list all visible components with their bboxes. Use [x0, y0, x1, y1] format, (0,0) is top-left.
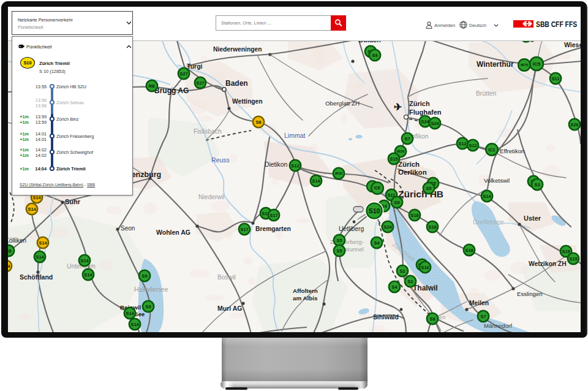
svg-text:Winterthur: Winterthur — [477, 60, 514, 69]
svg-text:Reuss: Reuss — [211, 156, 230, 164]
svg-text:S5: S5 — [337, 248, 342, 254]
svg-text:+1m: +1m — [20, 120, 29, 125]
svg-text:Zürich Binz: Zürich Binz — [56, 116, 79, 122]
svg-text:S9: S9 — [394, 200, 400, 205]
svg-text:S14: S14 — [81, 258, 89, 264]
svg-text:S24: S24 — [384, 224, 392, 230]
svg-text:Wohlen AG: Wohlen AG — [156, 229, 190, 236]
svg-text:Zürich Selnau: Zürich Selnau — [56, 100, 84, 105]
svg-text:S5: S5 — [337, 238, 342, 243]
svg-text:S10: S10 — [369, 207, 380, 214]
svg-text:Schöftland: Schöftland — [20, 273, 53, 281]
svg-text:✈: ✈ — [394, 102, 402, 112]
svg-text:14:04: 14:04 — [35, 166, 47, 172]
svg-text:Flughafen: Flughafen — [409, 108, 442, 116]
svg-text:Sihlwald: Sihlwald — [373, 314, 399, 321]
svg-text:S2: S2 — [408, 279, 413, 284]
svg-text:Männedorf: Männedorf — [484, 322, 512, 329]
svg-text:Meilen: Meilen — [469, 300, 489, 306]
svg-text:+1m: +1m — [20, 147, 29, 153]
svg-text:S9: S9 — [142, 273, 148, 279]
svg-text:S14: S14 — [8, 264, 10, 269]
svg-text:S15: S15 — [562, 249, 570, 254]
svg-text:S14: S14 — [36, 254, 44, 260]
svg-text:S14: S14 — [131, 322, 139, 327]
svg-text:Thalwil: Thalwil — [413, 284, 438, 292]
svg-text:S15: S15 — [390, 156, 398, 162]
svg-text:S24: S24 — [431, 121, 439, 126]
svg-text:S5: S5 — [426, 186, 432, 191]
svg-text:Fislisbach: Fislisbach — [194, 128, 222, 135]
svg-text:Brugg AG: Brugg AG — [154, 86, 189, 95]
svg-text:Esslingen: Esslingen — [517, 290, 543, 297]
svg-text:Bremgarten: Bremgarten — [255, 226, 291, 232]
svg-text:IR35: IR35 — [335, 172, 343, 175]
svg-text:Zürich Schweighof: Zürich Schweighof — [56, 150, 94, 155]
svg-text:14:01: 14:01 — [36, 131, 47, 137]
svg-text:Suhr: Suhr — [65, 198, 81, 205]
svg-text:Zürich Friesenberg: Zürich Friesenberg — [56, 134, 94, 139]
svg-text:S24: S24 — [421, 119, 429, 124]
svg-text:IR75: IR75 — [521, 63, 529, 67]
svg-text:+1m: +1m — [20, 153, 29, 158]
svg-text:IC1: IC1 — [489, 148, 496, 152]
svg-text:Dietikon: Dietikon — [265, 161, 287, 168]
svg-text:Seon: Seon — [121, 225, 135, 232]
svg-text:13:55: 13:55 — [36, 84, 47, 89]
svg-text:S3: S3 — [535, 182, 540, 188]
svg-text:Zürich: Zürich — [409, 100, 430, 107]
svg-text:14:01: 14:01 — [36, 137, 47, 142]
svg-text:S15: S15 — [570, 256, 578, 262]
svg-text:Wiesend: Wiesend — [564, 41, 581, 48]
svg-text:13:56: 13:56 — [36, 97, 47, 103]
svg-text:Zürich Triemli: Zürich Triemli — [56, 166, 86, 172]
svg-text:Oberglatt ZH: Oberglatt ZH — [325, 100, 360, 107]
svg-text:S7: S7 — [481, 314, 486, 319]
svg-text:S17: S17 — [241, 227, 249, 232]
svg-text:S12: S12 — [459, 141, 467, 146]
svg-text:Effretikon: Effretikon — [500, 148, 524, 154]
svg-text:S4: S4 — [374, 240, 380, 246]
svg-text:S7: S7 — [404, 136, 410, 142]
svg-text:Oerlikon: Oerlikon — [398, 169, 427, 176]
svg-text:Wettingen: Wettingen — [232, 98, 263, 105]
svg-text:13:59: 13:59 — [36, 114, 47, 120]
svg-text:S12: S12 — [469, 143, 477, 148]
svg-text:Zürich HB SZU: Zürich HB SZU — [56, 84, 86, 89]
svg-text:S9: S9 — [372, 53, 378, 58]
svg-text:am Albis: am Albis — [293, 295, 318, 302]
svg-text:Boswil: Boswil — [217, 274, 236, 281]
svg-text:+1m: +1m — [20, 166, 29, 172]
svg-text:S14: S14 — [28, 207, 36, 212]
svg-text:Baden: Baden — [225, 79, 248, 88]
svg-text:S2: S2 — [400, 268, 405, 274]
svg-text:Uster: Uster — [524, 214, 541, 222]
svg-text:S17: S17 — [270, 213, 278, 218]
svg-text:S16: S16 — [421, 265, 429, 270]
svg-text:Turgi: Turgi — [187, 63, 203, 70]
svg-text:S8: S8 — [8, 248, 11, 254]
svg-text:ICE: ICE — [374, 186, 381, 190]
svg-text:S18: S18 — [411, 213, 419, 218]
svg-text:IR36: IR36 — [397, 150, 405, 153]
svg-text:S4: S4 — [392, 284, 398, 290]
svg-text:Volketswil: Volketswil — [484, 177, 510, 184]
svg-text:Muri AG: Muri AG — [217, 305, 242, 312]
svg-text:S9: S9 — [146, 304, 151, 309]
svg-text:Uetliberg: Uetliberg — [339, 226, 364, 232]
svg-text:13:56: 13:56 — [36, 103, 47, 108]
svg-text:Kölliken: Kölliken — [8, 237, 26, 244]
svg-text:S26: S26 — [571, 122, 579, 127]
svg-text:Niederwil: Niederwil — [198, 194, 224, 200]
svg-text:Limmat: Limmat — [284, 132, 306, 139]
svg-text:S14: S14 — [312, 178, 320, 184]
svg-text:S27: S27 — [180, 71, 188, 77]
svg-text:Affoltern: Affoltern — [293, 287, 318, 294]
svg-text:S14: S14 — [483, 194, 491, 199]
svg-text:S8: S8 — [430, 316, 435, 322]
svg-text:14:02: 14:02 — [36, 153, 47, 158]
svg-text:+1m: +1m — [20, 137, 29, 142]
svg-text:Hallwilersee: Hallwilersee — [134, 286, 168, 293]
svg-text:S11: S11 — [552, 76, 559, 82]
svg-text:S18: S18 — [466, 248, 473, 253]
